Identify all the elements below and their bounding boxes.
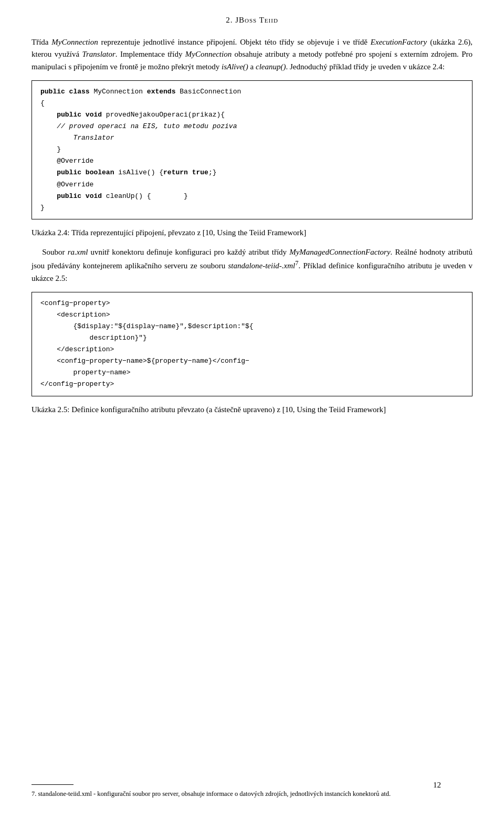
method-isalive: isAlive() — [222, 62, 248, 71]
code-line-6: } — [40, 144, 464, 155]
method-cleanup: cleanup() — [256, 62, 286, 71]
code-line-7: @Override — [40, 155, 464, 167]
code25-line-1: <config−property> — [40, 298, 464, 309]
class-myconnection2: MyConnection — [185, 50, 232, 58]
code25-line-8: </config−property> — [40, 379, 464, 390]
code25-line-5: </description> — [40, 344, 464, 355]
footnote-divider — [32, 784, 74, 785]
footnote-number: 7. — [32, 790, 36, 797]
paragraph-1: Třída MyConnection reprezentuje jednotli… — [32, 36, 472, 73]
code-line-5: Translator — [40, 132, 464, 144]
footnote-7: 7. standalone-teiid.xml - konfigurační s… — [32, 789, 472, 799]
code25-line-7: property−name> — [40, 367, 464, 379]
footnote-text: standalone-teiid.xml - konfigurační soub… — [38, 790, 391, 797]
code-line-2: { — [40, 98, 464, 109]
class-myconnection: MyConnection — [51, 38, 98, 46]
code-line-4: // proved operaci na EIS, tuto metodu po… — [40, 121, 464, 132]
code25-line-2: <description> — [40, 309, 464, 321]
file-standalone: standalone-teiid-.xml — [228, 261, 295, 270]
caption-25: Ukázka 2.5: Definice konfiguračního atri… — [32, 404, 472, 416]
code-line-3: public void provedNejakouOperaci(prikaz)… — [40, 109, 464, 121]
caption-25-text: Ukázka 2.5: Definice konfiguračního atri… — [32, 405, 386, 414]
caption-24-text: Ukázka 2.4: Třída reprezentující připoje… — [32, 228, 306, 237]
code-line-10: public void cleanUp() { } — [40, 191, 464, 202]
code-line-9: @Override — [40, 179, 464, 191]
code25-line-4: description}"} — [40, 332, 464, 344]
class-mymanagedconnectionfactory: MyManagedConnectionFactory — [289, 248, 390, 256]
chapter-title: 2. JBoss Teiid — [226, 16, 278, 24]
code-line-1: public class MyConnection extends BasicC… — [40, 86, 464, 98]
page-number: 12 — [433, 781, 441, 790]
code25-line-6: <config−property−name>${property−name}</… — [40, 355, 464, 367]
code-block-24: public class MyConnection extends BasicC… — [32, 80, 472, 219]
page-header: 2. JBoss Teiid — [32, 16, 472, 25]
code-line-11: } — [40, 202, 464, 214]
class-translator: Translator — [82, 50, 115, 58]
paragraph-2: Soubor ra.xml uvnitř konektoru definuje … — [32, 246, 472, 285]
code25-line-3: {$display:"${display−name}",$description… — [40, 321, 464, 332]
footnote-ref-7: 7 — [295, 259, 298, 267]
page-bottom: 7. standalone-teiid.xml - konfigurační s… — [32, 784, 472, 804]
caption-24: Ukázka 2.4: Třída reprezentující připoje… — [32, 227, 472, 239]
code-line-8: public boolean isAlive() {return true;} — [40, 167, 464, 178]
code-block-25: <config−property> <description> {$displa… — [32, 292, 472, 396]
file-raxml: ra.xml — [68, 248, 88, 256]
class-executionfactory: ExecutionFactory — [371, 38, 427, 46]
